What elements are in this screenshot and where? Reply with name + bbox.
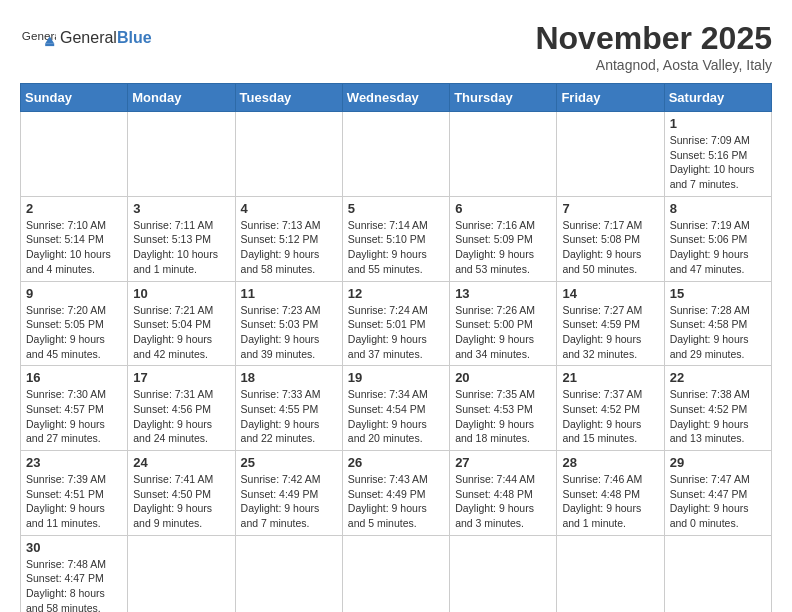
day-info: Sunrise: 7:21 AM Sunset: 5:04 PM Dayligh… — [133, 303, 229, 362]
calendar-cell — [235, 112, 342, 197]
day-info: Sunrise: 7:09 AM Sunset: 5:16 PM Dayligh… — [670, 133, 766, 192]
day-number: 27 — [455, 455, 551, 470]
day-number: 23 — [26, 455, 122, 470]
weekday-header-tuesday: Tuesday — [235, 84, 342, 112]
day-info: Sunrise: 7:23 AM Sunset: 5:03 PM Dayligh… — [241, 303, 337, 362]
day-info: Sunrise: 7:47 AM Sunset: 4:47 PM Dayligh… — [670, 472, 766, 531]
calendar-cell: 23Sunrise: 7:39 AM Sunset: 4:51 PM Dayli… — [21, 451, 128, 536]
calendar-cell — [664, 535, 771, 612]
weekday-header-sunday: Sunday — [21, 84, 128, 112]
calendar-cell — [342, 112, 449, 197]
calendar-cell: 7Sunrise: 7:17 AM Sunset: 5:08 PM Daylig… — [557, 196, 664, 281]
day-number: 21 — [562, 370, 658, 385]
calendar-cell: 1Sunrise: 7:09 AM Sunset: 5:16 PM Daylig… — [664, 112, 771, 197]
day-info: Sunrise: 7:44 AM Sunset: 4:48 PM Dayligh… — [455, 472, 551, 531]
day-info: Sunrise: 7:33 AM Sunset: 4:55 PM Dayligh… — [241, 387, 337, 446]
calendar-cell: 8Sunrise: 7:19 AM Sunset: 5:06 PM Daylig… — [664, 196, 771, 281]
calendar-cell: 26Sunrise: 7:43 AM Sunset: 4:49 PM Dayli… — [342, 451, 449, 536]
day-number: 5 — [348, 201, 444, 216]
calendar-cell: 6Sunrise: 7:16 AM Sunset: 5:09 PM Daylig… — [450, 196, 557, 281]
day-info: Sunrise: 7:16 AM Sunset: 5:09 PM Dayligh… — [455, 218, 551, 277]
day-number: 12 — [348, 286, 444, 301]
day-info: Sunrise: 7:11 AM Sunset: 5:13 PM Dayligh… — [133, 218, 229, 277]
day-info: Sunrise: 7:28 AM Sunset: 4:58 PM Dayligh… — [670, 303, 766, 362]
calendar-cell: 15Sunrise: 7:28 AM Sunset: 4:58 PM Dayli… — [664, 281, 771, 366]
calendar-cell: 27Sunrise: 7:44 AM Sunset: 4:48 PM Dayli… — [450, 451, 557, 536]
day-info: Sunrise: 7:38 AM Sunset: 4:52 PM Dayligh… — [670, 387, 766, 446]
day-number: 7 — [562, 201, 658, 216]
month-title: November 2025 — [535, 20, 772, 57]
calendar-cell: 10Sunrise: 7:21 AM Sunset: 5:04 PM Dayli… — [128, 281, 235, 366]
day-info: Sunrise: 7:48 AM Sunset: 4:47 PM Dayligh… — [26, 557, 122, 612]
weekday-header-monday: Monday — [128, 84, 235, 112]
day-number: 29 — [670, 455, 766, 470]
logo-icon: General — [20, 20, 56, 56]
logo-blue: Blue — [117, 29, 152, 46]
day-info: Sunrise: 7:35 AM Sunset: 4:53 PM Dayligh… — [455, 387, 551, 446]
calendar-cell: 29Sunrise: 7:47 AM Sunset: 4:47 PM Dayli… — [664, 451, 771, 536]
calendar-week-row: 9Sunrise: 7:20 AM Sunset: 5:05 PM Daylig… — [21, 281, 772, 366]
calendar-cell: 20Sunrise: 7:35 AM Sunset: 4:53 PM Dayli… — [450, 366, 557, 451]
day-number: 17 — [133, 370, 229, 385]
calendar-cell — [557, 535, 664, 612]
calendar-cell — [557, 112, 664, 197]
calendar-cell: 17Sunrise: 7:31 AM Sunset: 4:56 PM Dayli… — [128, 366, 235, 451]
day-number: 16 — [26, 370, 122, 385]
day-info: Sunrise: 7:19 AM Sunset: 5:06 PM Dayligh… — [670, 218, 766, 277]
day-number: 6 — [455, 201, 551, 216]
day-number: 26 — [348, 455, 444, 470]
day-info: Sunrise: 7:31 AM Sunset: 4:56 PM Dayligh… — [133, 387, 229, 446]
day-number: 1 — [670, 116, 766, 131]
calendar-cell: 9Sunrise: 7:20 AM Sunset: 5:05 PM Daylig… — [21, 281, 128, 366]
calendar-cell — [450, 112, 557, 197]
calendar: SundayMondayTuesdayWednesdayThursdayFrid… — [20, 83, 772, 612]
day-info: Sunrise: 7:42 AM Sunset: 4:49 PM Dayligh… — [241, 472, 337, 531]
calendar-cell: 28Sunrise: 7:46 AM Sunset: 4:48 PM Dayli… — [557, 451, 664, 536]
calendar-cell: 3Sunrise: 7:11 AM Sunset: 5:13 PM Daylig… — [128, 196, 235, 281]
calendar-cell: 25Sunrise: 7:42 AM Sunset: 4:49 PM Dayli… — [235, 451, 342, 536]
svg-rect-2 — [45, 43, 54, 46]
weekday-header-row: SundayMondayTuesdayWednesdayThursdayFrid… — [21, 84, 772, 112]
logo-general: General — [60, 29, 117, 46]
calendar-cell — [235, 535, 342, 612]
day-number: 15 — [670, 286, 766, 301]
calendar-cell: 24Sunrise: 7:41 AM Sunset: 4:50 PM Dayli… — [128, 451, 235, 536]
calendar-cell: 21Sunrise: 7:37 AM Sunset: 4:52 PM Dayli… — [557, 366, 664, 451]
calendar-cell — [450, 535, 557, 612]
day-number: 3 — [133, 201, 229, 216]
calendar-week-row: 2Sunrise: 7:10 AM Sunset: 5:14 PM Daylig… — [21, 196, 772, 281]
calendar-cell — [128, 535, 235, 612]
day-number: 19 — [348, 370, 444, 385]
day-info: Sunrise: 7:34 AM Sunset: 4:54 PM Dayligh… — [348, 387, 444, 446]
day-number: 18 — [241, 370, 337, 385]
subtitle: Antagnod, Aosta Valley, Italy — [535, 57, 772, 73]
day-number: 14 — [562, 286, 658, 301]
day-info: Sunrise: 7:10 AM Sunset: 5:14 PM Dayligh… — [26, 218, 122, 277]
day-info: Sunrise: 7:26 AM Sunset: 5:00 PM Dayligh… — [455, 303, 551, 362]
day-number: 24 — [133, 455, 229, 470]
day-info: Sunrise: 7:30 AM Sunset: 4:57 PM Dayligh… — [26, 387, 122, 446]
day-info: Sunrise: 7:17 AM Sunset: 5:08 PM Dayligh… — [562, 218, 658, 277]
calendar-week-row: 23Sunrise: 7:39 AM Sunset: 4:51 PM Dayli… — [21, 451, 772, 536]
logo: General GeneralBlue — [20, 20, 152, 56]
day-info: Sunrise: 7:27 AM Sunset: 4:59 PM Dayligh… — [562, 303, 658, 362]
day-number: 4 — [241, 201, 337, 216]
header: General GeneralBlue November 2025 Antagn… — [20, 20, 772, 73]
weekday-header-thursday: Thursday — [450, 84, 557, 112]
day-number: 9 — [26, 286, 122, 301]
calendar-cell: 5Sunrise: 7:14 AM Sunset: 5:10 PM Daylig… — [342, 196, 449, 281]
calendar-cell: 11Sunrise: 7:23 AM Sunset: 5:03 PM Dayli… — [235, 281, 342, 366]
calendar-week-row: 16Sunrise: 7:30 AM Sunset: 4:57 PM Dayli… — [21, 366, 772, 451]
calendar-cell: 2Sunrise: 7:10 AM Sunset: 5:14 PM Daylig… — [21, 196, 128, 281]
day-number: 11 — [241, 286, 337, 301]
day-number: 28 — [562, 455, 658, 470]
calendar-cell: 13Sunrise: 7:26 AM Sunset: 5:00 PM Dayli… — [450, 281, 557, 366]
calendar-cell: 19Sunrise: 7:34 AM Sunset: 4:54 PM Dayli… — [342, 366, 449, 451]
calendar-cell: 12Sunrise: 7:24 AM Sunset: 5:01 PM Dayli… — [342, 281, 449, 366]
day-info: Sunrise: 7:14 AM Sunset: 5:10 PM Dayligh… — [348, 218, 444, 277]
day-number: 10 — [133, 286, 229, 301]
day-number: 22 — [670, 370, 766, 385]
day-info: Sunrise: 7:39 AM Sunset: 4:51 PM Dayligh… — [26, 472, 122, 531]
calendar-cell — [342, 535, 449, 612]
day-number: 8 — [670, 201, 766, 216]
